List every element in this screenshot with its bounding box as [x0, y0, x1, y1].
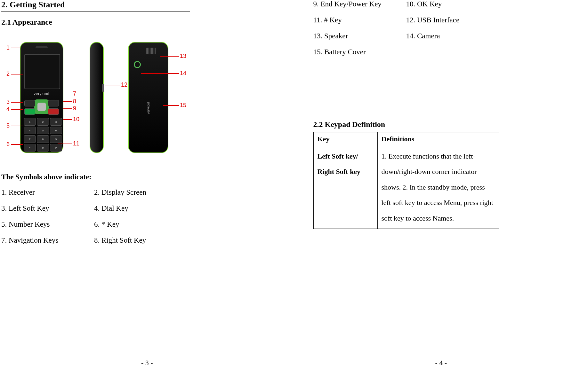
page-number-left: - 3 -: [0, 359, 294, 367]
list-item: 9. End Key/Power Key: [313, 0, 406, 8]
table-cell-key: Left Soft key/ Right Soft key: [313, 146, 377, 229]
list-item: 12. USB Interface: [406, 16, 569, 24]
number-keypad-icon: 123 456 789 *0#: [24, 118, 62, 152]
subsection-heading-2-2: 2.2 Keypad Definition: [313, 120, 569, 129]
callout-line: [63, 119, 72, 120]
list-item: 5. Number Keys: [1, 220, 94, 229]
left-soft-key-icon: [24, 100, 35, 106]
table-header-row: Key Definitions: [313, 132, 499, 146]
callout-11: 11: [73, 140, 79, 147]
section-heading: 2. Getting Started: [1, 0, 256, 10]
callout-line: [11, 102, 23, 103]
callout-12: 12: [121, 82, 127, 88]
table-row: Left Soft key/ Right Soft key 1. Execute…: [313, 146, 499, 229]
callout-2: 2: [6, 71, 10, 77]
list-item: [406, 48, 569, 56]
callout-1: 1: [6, 44, 10, 51]
callout-line: [105, 85, 120, 85]
callout-line: [141, 73, 179, 74]
callout-3: 3: [6, 99, 10, 105]
callout-line: [63, 108, 72, 109]
list-item: 2. Display Screen: [94, 188, 256, 197]
symbols-heading: The Symbols above indicate:: [1, 173, 256, 181]
list-item: 7. Navigation Keys: [1, 236, 94, 245]
list-item: 11. # Key: [313, 16, 406, 24]
usb-interface-icon: [102, 84, 104, 92]
callout-line: [58, 144, 72, 144]
brand-label-back: verykool: [147, 89, 150, 128]
callout-line: [11, 109, 23, 110]
dial-key-icon: [24, 108, 35, 115]
table-cell-def: 1. Execute functions that the left-down/…: [377, 146, 499, 229]
phone-front-view: verykool 123 456 789 *0#: [20, 42, 63, 153]
callout-4: 4: [6, 106, 10, 113]
phone-side-view: [90, 42, 104, 153]
symbols-list-left: 1. Receiver 2. Display Screen 3. Left So…: [1, 188, 256, 245]
symbols-list-right: 9. End Key/Power Key 10. OK Key 11. # Ke…: [313, 0, 569, 56]
callout-15: 15: [180, 102, 186, 109]
page-number-right: - 4 -: [294, 359, 588, 367]
phone-appearance-diagram: verykool 123 456 789 *0#: [3, 39, 256, 158]
list-item: 15. Battery Cover: [313, 48, 406, 56]
callout-9: 9: [73, 105, 76, 112]
navigation-keys-icon: [34, 99, 49, 114]
callout-line: [11, 48, 20, 48]
camera-icon: [134, 61, 141, 68]
callout-line: [63, 101, 72, 102]
callout-line: [11, 126, 23, 126]
page-3: 2. Getting Started 2.1 Appearance veryko…: [0, 0, 294, 367]
callout-line: [11, 74, 23, 74]
callout-line: [63, 94, 72, 94]
table-header-key: Key: [313, 132, 377, 146]
callout-8: 8: [73, 98, 76, 105]
list-item: 6. * Key: [94, 220, 256, 229]
callout-7: 7: [73, 90, 76, 97]
callout-14: 14: [180, 70, 186, 77]
list-item: 13. Speaker: [313, 32, 406, 40]
callout-5: 5: [6, 122, 10, 129]
phone-back-view: verykool: [128, 42, 168, 153]
subsection-heading: 2.1 Appearance: [1, 18, 256, 27]
list-item: 10. OK Key: [406, 0, 569, 8]
list-item: 8. Right Soft Key: [94, 236, 256, 245]
keypad-definition-table: Key Definitions Left Soft key/ Right Sof…: [313, 132, 499, 229]
list-item: 14. Camera: [406, 32, 569, 40]
display-screen-icon: [24, 54, 60, 89]
brand-label: verykool: [20, 92, 63, 96]
callout-line: [163, 105, 179, 106]
list-item: 3. Left Soft Key: [1, 204, 94, 213]
heading-rule: [1, 12, 190, 12]
list-item: 4. Dial Key: [94, 204, 256, 213]
list-item: 1. Receiver: [1, 188, 94, 197]
table-header-def: Definitions: [377, 132, 499, 146]
speaker-icon: [146, 48, 156, 54]
phone-illustration: verykool 123 456 789 *0#: [3, 39, 195, 158]
end-key-icon: [48, 108, 59, 115]
callout-10: 10: [73, 116, 79, 123]
right-soft-key-icon: [48, 100, 59, 106]
page-4: 9. End Key/Power Key 10. OK Key 11. # Ke…: [294, 0, 588, 367]
callout-13: 13: [180, 53, 186, 59]
callout-line: [11, 144, 23, 145]
callout-6: 6: [6, 141, 10, 148]
callout-line: [160, 56, 179, 57]
receiver-icon: [36, 46, 48, 48]
